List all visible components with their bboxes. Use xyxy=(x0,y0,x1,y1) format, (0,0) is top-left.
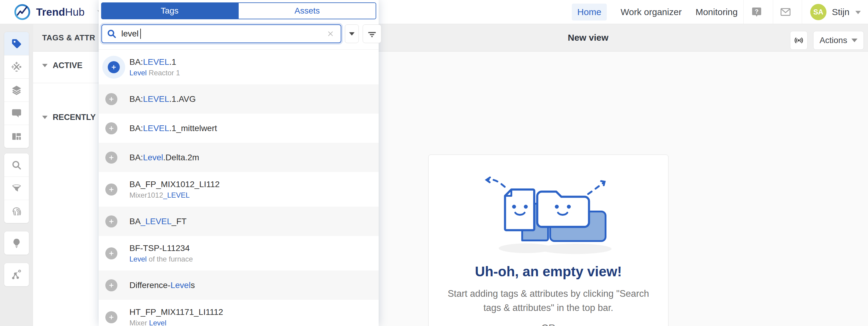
result-texts: BA_FP_MIX1012_LI112Mixer1012_LEVEL xyxy=(129,179,220,199)
plus-wrap xyxy=(105,279,129,291)
layers-icon xyxy=(11,85,22,96)
add-tag-plus-icon[interactable] xyxy=(105,279,117,291)
view-title: New view xyxy=(528,24,648,51)
search-row xyxy=(101,24,376,43)
filter-results-button[interactable] xyxy=(363,24,381,43)
sidebar-dashboard-layout-button[interactable] xyxy=(4,125,29,148)
search-result-row[interactable]: BA:LEVEL.1.AVG xyxy=(99,84,379,114)
filter-lines-icon xyxy=(367,28,377,39)
user-menu-chevron-down-icon[interactable] xyxy=(855,11,861,14)
plus-wrap xyxy=(105,215,129,227)
result-title: BA_FP_MIX1012_LI112 xyxy=(129,179,220,190)
math-functions-icon xyxy=(11,61,22,72)
add-tag-plus-icon[interactable] xyxy=(105,152,117,164)
or-divider: OR xyxy=(453,323,644,326)
search-result-row[interactable]: BF-TSP-L11234Level of the furnace xyxy=(99,236,379,271)
result-title: BA:LEVEL.1.AVG xyxy=(129,94,196,104)
add-tag-plus-icon[interactable] xyxy=(105,215,117,227)
section-recently-label: RECENTLY xyxy=(53,113,96,122)
result-title: BA:Level.Delta.2m xyxy=(129,153,199,163)
node-graph-icon xyxy=(11,269,22,280)
header-divider xyxy=(773,0,773,24)
result-texts: Difference-Levels xyxy=(129,280,195,291)
plus-wrap xyxy=(105,184,129,195)
search-result-row[interactable]: HT_FP_MIX1171_LI1112Mixer Level xyxy=(99,300,379,326)
nav-monitoring[interactable]: Monitoring xyxy=(695,7,738,17)
clear-search-icon[interactable] xyxy=(327,30,334,38)
result-title: BF-TSP-L11234 xyxy=(129,243,193,253)
result-title: HT_FP_MIX1171_LI1112 xyxy=(129,307,223,317)
section-recently[interactable]: RECENTLY xyxy=(42,113,96,122)
actions-label: Actions xyxy=(819,35,847,45)
add-tag-plus-icon[interactable] xyxy=(105,311,117,323)
main-nav: HomeWork organizerMonitoring xyxy=(572,0,738,24)
trendhub-logo[interactable]: TrendHub xyxy=(13,0,104,24)
sidebar-comment-button[interactable] xyxy=(4,102,29,125)
dashboard-layout-icon xyxy=(11,131,22,142)
popup-tabs: Tags Assets xyxy=(101,2,376,19)
sidebar-group xyxy=(4,263,29,287)
chevron-down-icon xyxy=(349,32,354,35)
search-result-row[interactable]: BA:Level.Delta.2m xyxy=(99,143,379,172)
search-result-row[interactable]: BA:LEVEL.1_mittelwert xyxy=(99,114,379,143)
search-result-row[interactable]: BA_LEVEL_FT xyxy=(99,207,379,236)
sidebar-lightbulb-button[interactable] xyxy=(4,232,29,254)
search-result-row[interactable]: BA:LEVEL.1Level Reactor 1 xyxy=(99,50,379,84)
tool-sidebar xyxy=(0,24,33,326)
result-texts: BA:Level.Delta.2m xyxy=(129,153,199,163)
add-tag-plus-icon[interactable] xyxy=(105,122,117,134)
add-tag-plus-icon[interactable] xyxy=(105,93,117,105)
plus-wrap xyxy=(105,247,129,260)
text-cursor xyxy=(140,29,141,39)
add-tag-plus-icon[interactable] xyxy=(105,184,117,195)
result-texts: BA:LEVEL.1.AVG xyxy=(129,94,196,104)
result-title: BA:LEVEL.1 xyxy=(129,57,180,67)
user-avatar[interactable]: SA xyxy=(810,4,827,20)
sidebar-search-button[interactable] xyxy=(4,153,29,176)
svg-text:?: ? xyxy=(755,8,759,15)
add-tag-plus-icon[interactable] xyxy=(105,247,117,260)
search-result-row[interactable]: Difference-Levels xyxy=(99,271,379,300)
document-and-folder-smiley-illustration xyxy=(476,168,621,259)
actions-button[interactable]: Actions xyxy=(813,31,864,50)
empty-view-description: Start adding tags & attributes by clicki… xyxy=(446,287,651,315)
empty-view-title: Uh-oh, an empty view! xyxy=(475,263,622,280)
mail-icon[interactable] xyxy=(779,0,792,24)
result-subtitle: Mixer1012_LEVEL xyxy=(129,191,220,199)
plus-wrap xyxy=(105,311,129,323)
sidebar-filter-button[interactable] xyxy=(4,176,29,200)
search-input[interactable] xyxy=(101,24,341,43)
nav-work-organizer[interactable]: Work organizer xyxy=(621,7,682,17)
search-icon xyxy=(11,160,22,170)
lightbulb-icon xyxy=(11,238,22,249)
brand-name: TrendHub xyxy=(36,6,85,18)
result-texts: BA:LEVEL.1_mittelwert xyxy=(129,123,217,134)
fingerprint-icon xyxy=(11,206,22,217)
plus-wrap xyxy=(105,152,129,164)
filter-icon xyxy=(11,183,22,194)
section-active[interactable]: ACTIVE xyxy=(42,61,83,70)
user-name[interactable]: Stijn xyxy=(832,0,849,24)
live-mode-button[interactable] xyxy=(790,31,807,50)
search-options-dropdown-button[interactable] xyxy=(345,24,359,43)
collapse-chevron-down-icon xyxy=(42,116,48,119)
sidebar-tag-button[interactable] xyxy=(4,32,29,55)
tab-tags[interactable]: Tags xyxy=(101,2,238,19)
result-texts: HT_FP_MIX1171_LI1112Mixer Level xyxy=(129,307,223,326)
tab-assets[interactable]: Assets xyxy=(238,2,376,19)
help-icon[interactable]: ? xyxy=(750,0,763,24)
plus-hover-halo xyxy=(102,56,125,79)
result-subtitle: Level of the furnace xyxy=(129,255,193,263)
search-result-row[interactable]: BA_FP_MIX1012_LI112Mixer1012_LEVEL xyxy=(99,172,379,207)
result-subtitle: Mixer Level xyxy=(129,319,223,326)
sidebar-node-graph-button[interactable] xyxy=(4,263,29,286)
sidebar-group xyxy=(4,231,29,255)
nav-home[interactable]: Home xyxy=(572,4,607,21)
sidebar-math-functions-button[interactable] xyxy=(4,55,29,78)
trendhub-logo-icon xyxy=(13,3,31,21)
or-label: OR xyxy=(541,323,556,326)
add-tag-plus-icon[interactable] xyxy=(108,61,120,73)
sidebar-fingerprint-button[interactable] xyxy=(4,200,29,223)
result-texts: BA_LEVEL_FT xyxy=(129,216,187,226)
sidebar-layers-button[interactable] xyxy=(4,78,29,102)
